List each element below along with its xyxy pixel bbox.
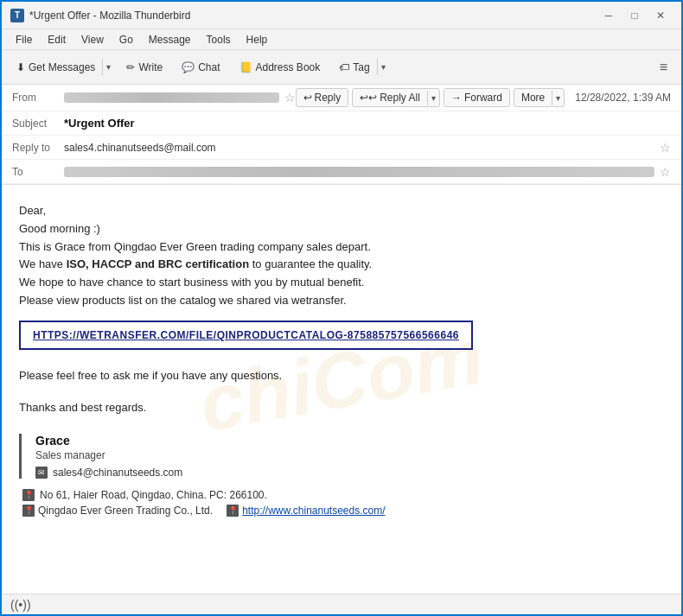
to-star-icon[interactable]: ☆	[660, 165, 671, 179]
address-book-button[interactable]: 📒 Address Book	[232, 57, 329, 78]
sig-name: Grace	[35, 434, 664, 448]
more-split: More ▾	[514, 88, 565, 107]
status-icon: ((•))	[10, 598, 31, 612]
to-row: To ☆	[2, 160, 681, 184]
get-messages-icon: ⬇	[16, 61, 25, 73]
write-label: Write	[138, 61, 163, 73]
line3-pre: We have	[19, 257, 67, 270]
tag-dropdown[interactable]: ▾	[377, 59, 389, 75]
reply-button[interactable]: ↩ Reply	[296, 88, 349, 107]
sig-company: Qingdao Ever Green Trading Co., Ltd.	[38, 505, 213, 517]
reply-all-dropdown[interactable]: ▾	[427, 91, 439, 105]
close-button[interactable]: ✕	[648, 7, 673, 24]
address-book-icon: 📒	[239, 61, 252, 73]
menu-edit[interactable]: Edit	[41, 32, 73, 48]
menu-help[interactable]: Help	[239, 32, 275, 48]
forward-icon: →	[451, 92, 462, 104]
greeting-line: Dear,	[19, 202, 664, 220]
line2: This is Grace from Qingdao Ever Green tr…	[19, 238, 664, 257]
forward-label: Forward	[464, 92, 502, 104]
get-messages-label: Get Messages	[29, 61, 95, 73]
toolbar: ⬇ Get Messages ▾ ✏ Write 💬 Chat 📒 Addres…	[2, 50, 681, 85]
chat-label: Chat	[198, 61, 220, 73]
email-content: Dear, Good morning :) This is Grace from…	[19, 202, 664, 517]
line7: Thanks and best regards.	[19, 399, 664, 417]
tag-label: Tag	[353, 61, 369, 73]
reply-all-label: Reply All	[380, 92, 420, 104]
reply-label: Reply	[315, 92, 342, 104]
subject-row: Subject *Urgent Offer	[2, 111, 681, 136]
get-messages-button[interactable]: ⬇ Get Messages	[10, 58, 102, 77]
menu-go[interactable]: Go	[112, 32, 140, 48]
menu-file[interactable]: File	[9, 32, 39, 48]
reply-to-label: Reply to	[12, 142, 64, 154]
to-label: To	[12, 166, 64, 178]
window-title: *Urgent Offer - Mozilla Thunderbird	[29, 10, 190, 22]
email-signature: Grace Sales manager ✉ sales4@chinanutsee…	[19, 434, 664, 479]
sig-title: Sales manager	[35, 449, 664, 461]
more-button[interactable]: More	[514, 89, 552, 106]
to-value	[64, 167, 654, 177]
write-button[interactable]: ✏ Write	[118, 57, 170, 78]
line3-bold: ISO, HACCP and BRC certification	[67, 257, 249, 270]
get-messages-dropdown[interactable]: ▾	[102, 59, 114, 75]
sig-company-row: 📍 Qingdao Ever Green Trading Co., Ltd. 📍…	[19, 505, 664, 517]
reply-to-value: sales4.chinanutseeds@mail.com	[64, 142, 654, 154]
sig-email: sales4@chinanutseeds.com	[53, 467, 182, 479]
menu-tools[interactable]: Tools	[200, 32, 238, 48]
chat-icon: 💬	[182, 61, 195, 73]
email-body: chiCom Dear, Good morning :) This is Gra…	[2, 185, 681, 594]
sig-website-link[interactable]: http://www.chinanutseeds.com/	[242, 505, 385, 517]
tag-split: 🏷 Tag ▾	[331, 57, 389, 78]
reply-all-icon: ↩↩	[360, 92, 377, 104]
line1: Good morning :)	[19, 220, 664, 238]
address-book-label: Address Book	[256, 61, 321, 73]
from-star-icon[interactable]: ☆	[284, 91, 296, 105]
write-icon: ✏	[126, 61, 135, 73]
window-controls: ─ □ ✕	[597, 7, 673, 24]
sig-address-row: 📍 No 61, Haier Road, Qingdao, China. PC:…	[19, 489, 664, 501]
maximize-button[interactable]: □	[622, 7, 647, 24]
hamburger-button[interactable]: ≡	[653, 56, 674, 79]
sig-email-icon: ✉	[35, 467, 48, 479]
from-row: From ☆ ↩ Reply ↩↩ Reply All ▾ → Forward	[2, 85, 681, 111]
sig-website-item: 📍 http://www.chinanutseeds.com/	[227, 505, 385, 517]
email-actions: ↩ Reply ↩↩ Reply All ▾ → Forward More	[296, 88, 672, 107]
line3-post: to guarantee the quality.	[249, 257, 372, 270]
subject-label: Subject	[12, 117, 64, 130]
reply-all-button[interactable]: ↩↩ Reply All	[353, 89, 427, 106]
from-value	[64, 92, 279, 103]
wetransfer-link[interactable]: HTTPS://WETRANSFER.COM/FILE/QINPRODUCTCA…	[19, 321, 473, 350]
menu-view[interactable]: View	[74, 32, 111, 48]
forward-button[interactable]: → Forward	[444, 88, 510, 107]
reply-all-split: ↩↩ Reply All ▾	[352, 88, 440, 107]
email-header: From ☆ ↩ Reply ↩↩ Reply All ▾ → Forward	[2, 85, 681, 185]
minimize-button[interactable]: ─	[597, 7, 621, 24]
sig-company-icon: 📍	[22, 505, 35, 517]
menu-message[interactable]: Message	[142, 32, 198, 48]
tag-icon: 🏷	[339, 61, 349, 73]
title-bar: T *Urgent Offer - Mozilla Thunderbird ─ …	[2, 2, 681, 29]
main-window: T *Urgent Offer - Mozilla Thunderbird ─ …	[0, 0, 683, 616]
line5: Please view products list on the catalog…	[19, 292, 664, 310]
line4: We hope to have chance to start business…	[19, 274, 664, 292]
app-icon: T	[10, 9, 24, 22]
from-label: From	[12, 92, 64, 104]
more-dropdown[interactable]: ▾	[552, 91, 564, 105]
tag-button[interactable]: 🏷 Tag	[332, 58, 376, 77]
reply-to-star-icon[interactable]: ☆	[660, 141, 671, 155]
title-bar-left: T *Urgent Offer - Mozilla Thunderbird	[10, 9, 190, 22]
reply-to-row: Reply to sales4.chinanutseeds@mail.com ☆	[2, 136, 681, 160]
reply-icon: ↩	[303, 92, 312, 104]
email-timestamp: 12/28/2022, 1:39 AM	[575, 92, 671, 104]
menu-bar: File Edit View Go Message Tools Help	[2, 29, 681, 50]
get-messages-split: ⬇ Get Messages ▾	[9, 57, 115, 78]
status-bar: ((•))	[2, 594, 681, 614]
sig-address-icon: 📍	[22, 489, 35, 501]
subject-value: *Urgent Offer	[64, 117, 671, 130]
chat-button[interactable]: 💬 Chat	[174, 57, 227, 78]
sig-email-row: ✉ sales4@chinanutseeds.com	[35, 467, 664, 479]
line6: Please feel free to ask me if you have a…	[19, 367, 664, 385]
sig-website-icon: 📍	[227, 505, 239, 517]
line3: We have ISO, HACCP and BRC certification…	[19, 256, 664, 274]
